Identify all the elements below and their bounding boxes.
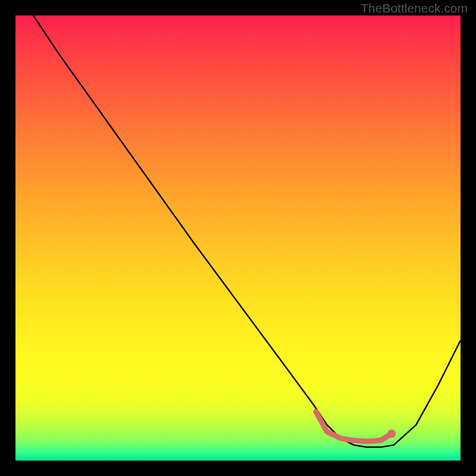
main-curve-path [33, 15, 461, 447]
highlight-curve-path [316, 412, 392, 441]
highlight-end-marker [387, 430, 396, 438]
plot-area [15, 15, 461, 461]
watermark-text: TheBottleneck.com [361, 1, 468, 15]
chart-svg [15, 15, 461, 461]
